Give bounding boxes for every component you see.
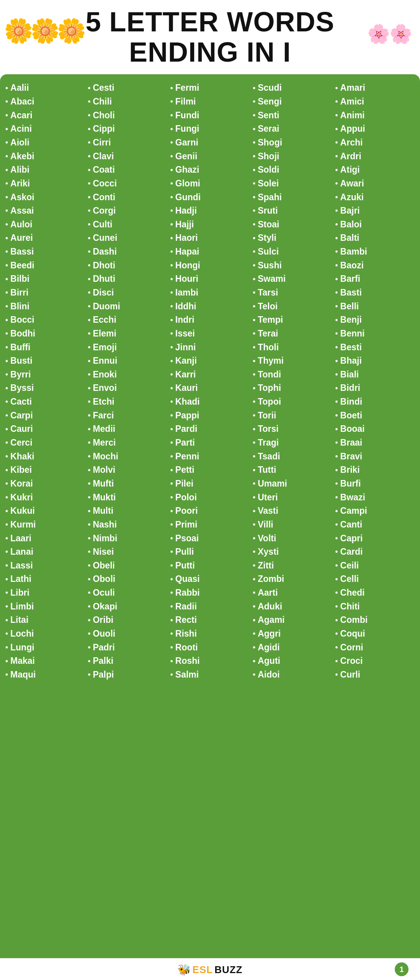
word-item: Volti [253,532,332,546]
word-item: Khaki [5,450,85,464]
word-item: Ariki [5,177,85,191]
word-item: Styli [253,231,332,245]
word-item: Bocci [5,313,85,327]
word-item: Rooti [170,641,250,655]
word-item: Basti [335,286,415,300]
word-item: Kurmi [5,518,85,532]
brand-logo: 🐝 ESL BUZZ [178,964,243,976]
word-item: Palki [88,654,167,668]
word-item: Pulli [170,545,250,559]
word-item: Maqui [5,668,85,682]
word-item: Belli [335,300,415,314]
word-item: Baozi [335,259,415,273]
word-item: Coqui [335,627,415,641]
word-item: Cauri [5,422,85,436]
word-item: Enoki [88,368,167,382]
word-item: Burfi [335,477,415,491]
word-item: Appui [335,122,415,136]
word-item: Acini [5,122,85,136]
word-item: Merci [88,436,167,450]
word-item: Parti [170,436,250,450]
word-item: Culti [88,218,167,232]
word-item: Barfi [335,272,415,286]
word-item: Jinni [170,341,250,354]
word-item: Corni [335,641,415,655]
word-item: Campi [335,504,415,518]
word-item: Booai [335,422,415,436]
word-item: Swami [253,272,332,286]
word-item: Cacti [5,395,85,409]
word-item: Boeti [335,409,415,423]
word-item: Hongi [170,259,250,273]
word-item: Ouoli [88,627,167,641]
word-item: Bidri [335,381,415,395]
word-item: Tholi [253,341,332,354]
word-item: Torii [253,409,332,423]
word-item: Rabbi [170,586,250,600]
word-item: Villi [253,518,332,532]
word-item: Houri [170,272,250,286]
buzz-text: BUZZ [214,964,242,976]
word-item: Fermi [170,81,250,95]
word-item: Shogi [253,136,332,150]
word-item: Amici [335,95,415,109]
word-item: Filmi [170,95,250,109]
word-item: Biali [335,368,415,382]
word-item: Capri [335,532,415,546]
word-item: Clavi [88,150,167,163]
word-item: Spahi [253,191,332,204]
word-item: Mochi [88,450,167,464]
word-item: Garni [170,136,250,150]
word-item: Envoi [88,381,167,395]
flowers-left: 🌼 🌼 🌼 [4,19,86,43]
word-item: Beedi [5,259,85,273]
word-item: Hajji [170,218,250,232]
word-item: Besti [335,341,415,354]
word-item: Aggri [253,627,332,641]
word-item: Genii [170,150,250,163]
word-item: Bassi [5,245,85,259]
word-item: Oribi [88,613,167,627]
word-item: Zombi [253,572,332,586]
word-item: Agami [253,613,332,627]
word-item: Conti [88,191,167,204]
word-item: Celli [335,572,415,586]
word-item: Lathi [5,572,85,586]
word-item: Rishi [170,627,250,641]
word-item: Buffi [5,341,85,354]
word-item: Auloi [5,218,85,232]
word-item: Teloi [253,300,332,314]
word-item: Chedi [335,586,415,600]
word-column-5: AmariAmiciAnimiAppuiArchiArdriAtigiAwari… [334,81,416,681]
word-item: Shoji [253,150,332,163]
word-item: Gundi [170,191,250,204]
word-item: Cippi [88,122,167,136]
word-item: Limbi [5,600,85,614]
word-item: Briki [335,463,415,477]
word-item: Korai [5,477,85,491]
word-item: Okapi [88,600,167,614]
word-item: Thymi [253,354,332,368]
word-item: Byrri [5,368,85,382]
word-item: Senti [253,109,332,122]
word-item: Recti [170,613,250,627]
word-item: Disci [88,286,167,300]
word-item: Azuki [335,191,415,204]
word-item: Aduki [253,600,332,614]
word-item: Braai [335,436,415,450]
word-item: Acari [5,109,85,122]
word-item: Cerci [5,436,85,450]
word-item: Baloi [335,218,415,232]
word-item: Salmi [170,668,250,682]
word-item: Croci [335,654,415,668]
word-item: Penni [170,450,250,464]
word-item: Psoai [170,532,250,546]
word-item: Carpi [5,409,85,423]
word-item: Issei [170,327,250,341]
word-column-4: ScudiSengiSentiSeraiShogiShojiSoldiSolei… [251,81,333,681]
word-item: Blini [5,300,85,314]
word-item: Fungi [170,122,250,136]
word-item: Chili [88,95,167,109]
word-item: Emoji [88,341,167,354]
word-item: Laari [5,532,85,546]
